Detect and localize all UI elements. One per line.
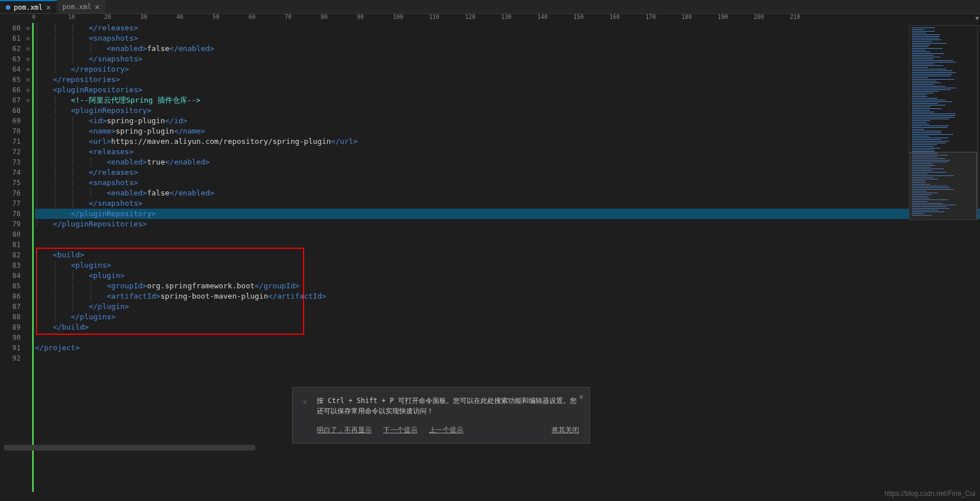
line-number: 92 [0, 353, 21, 363]
fold-toggle-icon[interactable]: ⊟ [24, 23, 32, 33]
minimap-viewport[interactable] [909, 152, 977, 220]
modified-dot-icon [6, 5, 10, 10]
line-number: 80 [0, 229, 21, 240]
code-line[interactable]: │ <pluginRepositories> [35, 85, 980, 95]
dropdown-icon[interactable]: ▼ [975, 15, 979, 21]
line-number: 91 [0, 343, 21, 353]
code-line[interactable]: </project> [35, 343, 980, 353]
line-number: 60 [0, 23, 21, 33]
tip-dismiss-link[interactable]: 明白了，不再显示 [317, 425, 372, 435]
code-line[interactable]: │ │ │ <snapshots> [35, 178, 980, 188]
code-line[interactable]: │ │ │ </snapshots> [35, 54, 980, 64]
ruler-mark: 40 [176, 14, 183, 20]
code-line[interactable] [35, 229, 980, 240]
tab-label: pom.xml [14, 3, 43, 11]
line-number: 90 [0, 332, 21, 343]
close-icon[interactable]: × [95, 2, 100, 11]
ruler-mark: 50 [212, 14, 219, 20]
close-icon[interactable]: × [579, 392, 584, 401]
fold-toggle-icon[interactable]: ⊟ [24, 44, 32, 54]
ruler-mark: 160 [609, 14, 620, 20]
code-line[interactable]: │ │ │ </releases> [35, 167, 980, 178]
code-line[interactable]: │ │ │ </snapshots> [35, 198, 980, 209]
code-line[interactable] [35, 240, 980, 250]
fold-toggle-icon[interactable]: ⊟ [24, 75, 32, 85]
line-number: 77 [0, 198, 21, 209]
code-line[interactable]: │ │ │ </releases> [35, 23, 980, 33]
tab-pom-active[interactable]: pom.xml × [0, 0, 57, 13]
ruler-mark: 190 [718, 14, 728, 20]
horizontal-scrollbar[interactable] [3, 445, 255, 451]
line-number: 83 [0, 260, 21, 271]
code-line[interactable]: │ </pluginRepositories> [35, 219, 980, 229]
tip-next-link[interactable]: 下一个提示 [383, 425, 418, 435]
code-line[interactable]: │ │ │ │ <artifactId>spring-boot-maven-pl… [35, 291, 980, 302]
ruler-mark: 10 [68, 14, 75, 20]
line-number: 62 [0, 44, 21, 54]
line-number: 64 [0, 64, 21, 75]
tab-label: pom.xml [62, 3, 92, 11]
tab-pom-inactive[interactable]: pom.xml × [57, 0, 105, 13]
code-line[interactable]: │ │ │ <releases> [35, 147, 980, 157]
ruler-mark: 80 [321, 14, 328, 20]
code-line[interactable] [35, 332, 980, 343]
ruler-mark: 70 [285, 14, 292, 20]
code-line[interactable]: │ │ │ <name>spring-plugin</name> [35, 126, 980, 136]
code-line[interactable]: │ │ │ </plugin> [35, 302, 980, 312]
ruler-mark: 170 [646, 14, 656, 20]
ruler-mark: 130 [501, 14, 511, 20]
line-number: 65 [0, 75, 21, 85]
code-line[interactable]: │ │ │ │ <enabled>false</enabled> [35, 188, 980, 198]
code-line[interactable]: │ │ <plugins> [35, 260, 980, 271]
code-line[interactable]: │ </build> [35, 322, 980, 332]
close-icon[interactable]: × [46, 3, 51, 12]
line-number: 69 [0, 116, 21, 126]
code-line[interactable]: │ │ │ <snapshots> [35, 33, 980, 44]
code-line[interactable]: │ │ <pluginRepository> [35, 105, 980, 116]
ruler-mark: 100 [393, 14, 403, 20]
fold-toggle-icon[interactable]: ⊟ [24, 64, 32, 75]
tip-message: 按 Ctrl + Shift + P 可打开命令面板。您可以在此处搜索功能和编辑… [317, 396, 579, 416]
line-number: 66 [0, 85, 21, 95]
ruler-mark: 200 [754, 14, 764, 20]
code-line[interactable]: │ │ │ <url>https://maven.aliyun.com/repo… [35, 136, 980, 147]
code-line[interactable]: │ │ │ <id>spring-plugin</id> [35, 116, 980, 126]
code-line[interactable]: │ │ │ │ <groupId>org.springframework.boo… [35, 281, 980, 291]
minimap[interactable] [909, 25, 978, 220]
code-line[interactable]: │ <build> [35, 250, 980, 260]
code-line[interactable]: │ │ </pluginRepository> [35, 209, 980, 219]
ruler-mark: 210 [790, 14, 800, 20]
line-number: 85 [0, 281, 21, 291]
ruler-mark: 30 [140, 14, 147, 20]
code-line[interactable]: │ │ │ │ <enabled>false</enabled> [35, 44, 980, 54]
line-number: 89 [0, 322, 21, 332]
code-line[interactable]: │ │ </plugins> [35, 312, 980, 322]
code-line[interactable] [35, 353, 980, 363]
tip-prev-link[interactable]: 上一个提示 [429, 425, 463, 435]
fold-toggle-icon[interactable]: ⊟ [24, 33, 32, 44]
ruler-mark: 90 [357, 14, 364, 20]
ruler-mark: 120 [465, 14, 475, 20]
ruler-mark: 140 [537, 14, 548, 20]
tip-close-link[interactable]: 将其关闭 [552, 425, 579, 435]
line-number: 87 [0, 302, 21, 312]
code-line[interactable]: │ │ │ <plugin> [35, 271, 980, 281]
line-number-gutter: 6061626364656667686970717273747576777879… [0, 23, 24, 492]
fold-toggle-icon[interactable]: ⊟ [24, 95, 32, 105]
line-number: 79 [0, 219, 21, 229]
line-number: 84 [0, 271, 21, 281]
code-line[interactable]: │ │ </repository> [35, 64, 980, 75]
fold-toggle-icon[interactable]: ⊟ [24, 54, 32, 64]
ruler-mark: 60 [249, 14, 255, 20]
code-line[interactable]: │ │ │ │ <enabled>true</enabled> [35, 157, 980, 167]
code-line[interactable]: │ </repositories> [35, 75, 980, 85]
line-number: 75 [0, 178, 21, 188]
line-number: 71 [0, 136, 21, 147]
watermark-text: https://blog.csdn.net/Fine_Cui [884, 490, 975, 498]
hand-point-icon: ☞ [302, 397, 308, 408]
fold-toggle-icon[interactable]: ⊟ [24, 85, 32, 95]
line-number: 82 [0, 250, 21, 260]
ruler-mark: 0 [32, 14, 36, 20]
line-number: 73 [0, 157, 21, 167]
code-line[interactable]: │ │ <!--阿里云代理Spring 插件仓库--> [35, 95, 980, 105]
